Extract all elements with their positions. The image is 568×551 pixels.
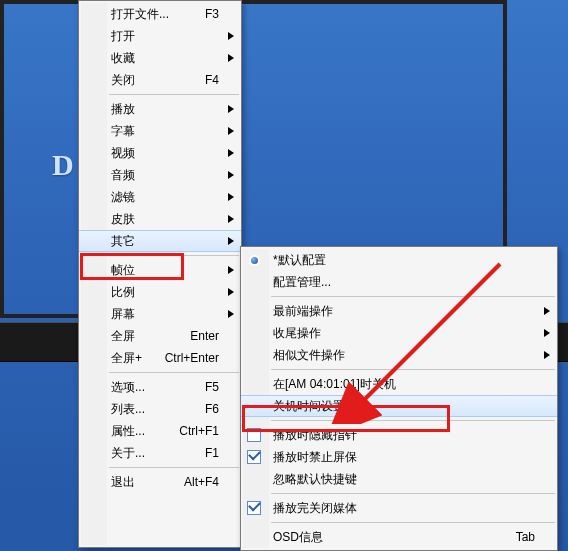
submenu-arrow-icon xyxy=(227,98,235,120)
menu-item-label: 打开文件... xyxy=(111,6,169,23)
menu1-item[interactable]: 打开文件...F3 xyxy=(79,3,241,25)
menu-item-label: 比例 xyxy=(111,284,135,301)
submenu-arrow-icon xyxy=(227,164,235,186)
context-menu-main[interactable]: 打开文件...F3打开收藏关闭F4播放字幕视频音频滤镜皮肤其它帧位比例屏幕全屏E… xyxy=(78,0,242,548)
menu1-item[interactable]: 收藏 xyxy=(79,47,241,69)
menu1-item[interactable]: 比例 xyxy=(79,281,241,303)
menu-separator xyxy=(271,493,555,494)
menu-item-label: 选项... xyxy=(111,379,145,396)
menu1-item[interactable]: 滤镜 xyxy=(79,186,241,208)
menu-item-label: 视频 xyxy=(111,145,135,162)
menu1-item[interactable]: 列表...F6 xyxy=(79,398,241,420)
submenu-arrow-icon xyxy=(227,142,235,164)
menu-item-label: 在[AM 04:01:01]时关机 xyxy=(273,376,396,393)
menu-item-label: 关闭 xyxy=(111,72,135,89)
menu1-item[interactable]: 播放 xyxy=(79,98,241,120)
submenu-arrow-icon xyxy=(227,231,235,251)
menu-item-label: 收尾操作 xyxy=(273,325,321,342)
menu1-item[interactable]: 视频 xyxy=(79,142,241,164)
menu1-item[interactable]: 皮肤 xyxy=(79,208,241,230)
menu2-item[interactable]: 播放时隐藏指针 xyxy=(241,424,557,446)
submenu-arrow-icon xyxy=(543,344,551,366)
menu1-item[interactable]: 退出Alt+F4 xyxy=(79,471,241,493)
checkbox-icon xyxy=(245,426,263,444)
menu-separator xyxy=(271,420,555,421)
menu-separator xyxy=(109,372,239,373)
menu1-item[interactable]: 其它 xyxy=(79,230,241,252)
checkbox-icon xyxy=(245,448,263,466)
menu-item-label: 播放完关闭媒体 xyxy=(273,500,357,517)
menu-item-label: 关于... xyxy=(111,445,145,462)
menu-item-shortcut: F6 xyxy=(205,398,219,420)
menu1-item[interactable]: 字幕 xyxy=(79,120,241,142)
menu-item-label: 播放时隐藏指针 xyxy=(273,427,357,444)
menu-item-label: 滤镜 xyxy=(111,189,135,206)
menu-separator xyxy=(109,467,239,468)
menu-separator xyxy=(271,296,555,297)
menu-item-shortcut: F5 xyxy=(205,376,219,398)
menu2-item[interactable]: 在[AM 04:01:01]时关机 xyxy=(241,373,557,395)
menu-item-label: OSD信息 xyxy=(273,529,323,546)
menu-item-shortcut: Tab xyxy=(516,526,535,548)
menu-item-label: 收藏 xyxy=(111,50,135,67)
menu1-item[interactable]: 音频 xyxy=(79,164,241,186)
menu-item-label: 音频 xyxy=(111,167,135,184)
menu-item-label: 播放时禁止屏保 xyxy=(273,449,357,466)
submenu-arrow-icon xyxy=(543,322,551,344)
menu-item-shortcut: F3 xyxy=(205,3,219,25)
menu2-item[interactable]: 相似文件操作 xyxy=(241,344,557,366)
menu-item-shortcut: Ctrl+Enter xyxy=(165,347,219,369)
menu-item-label: 屏幕 xyxy=(111,306,135,323)
menu2-item[interactable]: 关机时间设置... xyxy=(241,395,557,417)
menu1-item[interactable]: 全屏Enter xyxy=(79,325,241,347)
menu-item-label: 退出 xyxy=(111,474,135,491)
menu-item-label: 字幕 xyxy=(111,123,135,140)
menu-separator xyxy=(109,94,239,95)
menu-item-label: 属性... xyxy=(111,423,145,440)
menu2-item[interactable]: 播放时禁止屏保 xyxy=(241,446,557,468)
menu2-item[interactable]: 配置管理... xyxy=(241,271,557,293)
menu-item-label: 帧位 xyxy=(111,262,135,279)
menu1-item[interactable]: 属性...Ctrl+F1 xyxy=(79,420,241,442)
menu-item-label: 最前端操作 xyxy=(273,303,333,320)
menu-item-label: 列表... xyxy=(111,401,145,418)
menu1-item[interactable]: 关闭F4 xyxy=(79,69,241,91)
menu2-item[interactable]: 播放完关闭媒体 xyxy=(241,497,557,519)
submenu-arrow-icon xyxy=(227,47,235,69)
menu-item-label: *默认配置 xyxy=(273,252,326,269)
submenu-arrow-icon xyxy=(227,259,235,281)
menu1-item[interactable]: 全屏+Ctrl+Enter xyxy=(79,347,241,369)
menu1-item[interactable]: 帧位 xyxy=(79,259,241,281)
context-menu-other[interactable]: *默认配置配置管理...最前端操作收尾操作相似文件操作在[AM 04:01:01… xyxy=(240,246,558,551)
menu-item-shortcut: Alt+F4 xyxy=(184,471,219,493)
submenu-arrow-icon xyxy=(227,281,235,303)
menu-item-label: 全屏 xyxy=(111,328,135,345)
menu-item-shortcut: Ctrl+F1 xyxy=(179,420,219,442)
menu-item-label: 配置管理... xyxy=(273,274,331,291)
submenu-arrow-icon xyxy=(227,303,235,325)
menu-item-label: 皮肤 xyxy=(111,211,135,228)
menu-item-shortcut: Enter xyxy=(190,325,219,347)
checkbox-icon xyxy=(245,499,263,517)
menu1-item[interactable]: 打开 xyxy=(79,25,241,47)
menu-item-label: 忽略默认快捷键 xyxy=(273,471,357,488)
menu2-item[interactable]: OSD信息Tab xyxy=(241,526,557,548)
menu-item-label: 播放 xyxy=(111,101,135,118)
menu-item-shortcut: F4 xyxy=(205,69,219,91)
menu2-item[interactable]: 忽略默认快捷键 xyxy=(241,468,557,490)
submenu-arrow-icon xyxy=(227,25,235,47)
submenu-arrow-icon xyxy=(227,120,235,142)
submenu-arrow-icon xyxy=(227,208,235,230)
menu2-item[interactable]: 收尾操作 xyxy=(241,322,557,344)
menu-item-label: 关机时间设置... xyxy=(273,398,355,415)
menu1-item[interactable]: 关于...F1 xyxy=(79,442,241,464)
menu1-item[interactable]: 屏幕 xyxy=(79,303,241,325)
radio-selected-icon xyxy=(245,251,263,269)
submenu-arrow-icon xyxy=(543,300,551,322)
menu2-item[interactable]: *默认配置 xyxy=(241,249,557,271)
menu2-item[interactable]: 最前端操作 xyxy=(241,300,557,322)
menu-item-label: 打开 xyxy=(111,28,135,45)
menu-separator xyxy=(109,255,239,256)
menu1-item[interactable]: 选项...F5 xyxy=(79,376,241,398)
menu-separator xyxy=(271,369,555,370)
